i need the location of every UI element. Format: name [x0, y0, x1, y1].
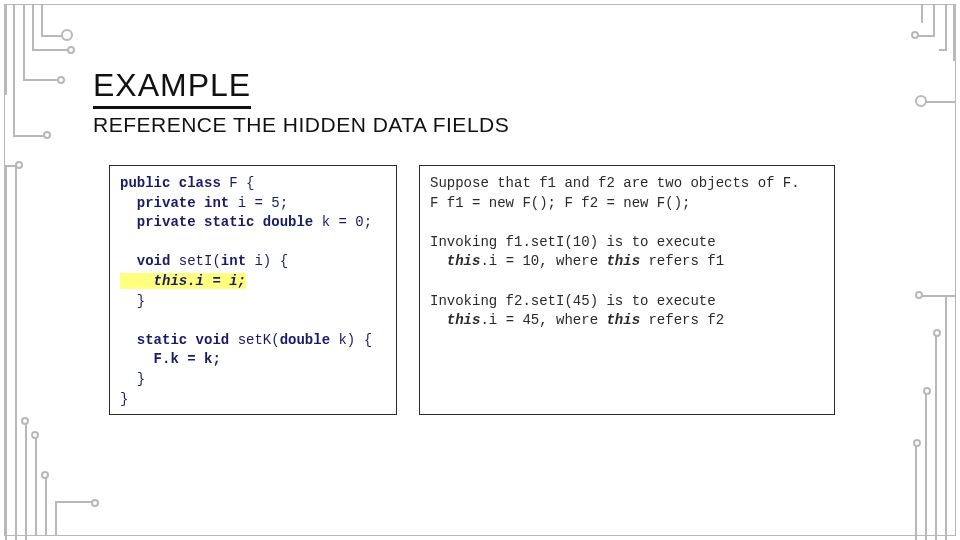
kw: this: [430, 312, 480, 328]
code-text: refers f1: [640, 253, 724, 269]
code-text: F f1 = new F(); F f2 = new F();: [430, 195, 690, 211]
circuit-line: [35, 435, 37, 535]
circuit-node-icon: [915, 95, 927, 107]
circuit-line: [919, 295, 955, 297]
kw: this: [430, 253, 480, 269]
code-text: .i = 45, where: [480, 312, 606, 328]
code-box-right: Suppose that f1 and f2 are two objects o…: [419, 165, 835, 415]
circuit-node-icon: [913, 439, 921, 447]
circuit-node-icon: [41, 471, 49, 479]
circuit-node-icon: [91, 499, 99, 507]
code-text: i = 5;: [238, 195, 288, 211]
code-text: k) {: [338, 332, 372, 348]
circuit-line: [32, 5, 34, 49]
code-text: }: [120, 293, 145, 309]
circuit-line: [15, 165, 17, 540]
kw: int: [221, 253, 255, 269]
kw: private static double: [120, 214, 322, 230]
code-box-left: public class F { private int i = 5; priv…: [109, 165, 397, 415]
circuit-line: [5, 5, 7, 95]
code-text: .i = 10, where: [480, 253, 606, 269]
circuit-line: [23, 5, 25, 79]
circuit-line: [933, 5, 935, 35]
kw: this: [606, 253, 640, 269]
circuit-node-icon: [31, 431, 39, 439]
slide-title: EXAMPLE: [93, 67, 251, 104]
code-text: setK(: [238, 332, 280, 348]
kw: public class: [120, 175, 229, 191]
circuit-node-icon: [67, 46, 75, 54]
circuit-node-icon: [911, 31, 919, 39]
code-text: F.k = k;: [120, 351, 221, 367]
circuit-line: [945, 295, 947, 540]
circuit-line: [935, 335, 937, 540]
code-text: Invoking f1.setI(10) is to execute: [430, 234, 716, 250]
circuit-line: [939, 49, 947, 51]
kw: static void: [120, 332, 238, 348]
code-text: Invoking f2.setI(45) is to execute: [430, 293, 716, 309]
circuit-node-icon: [57, 76, 65, 84]
kw: private int: [120, 195, 238, 211]
circuit-line: [55, 501, 95, 503]
circuit-line: [41, 5, 43, 35]
code-text: k = 0;: [322, 214, 372, 230]
circuit-line: [32, 49, 72, 51]
circuit-line: [925, 393, 927, 540]
circuit-line: [55, 503, 57, 535]
circuit-line: [13, 5, 15, 135]
title-block: EXAMPLE: [93, 67, 251, 109]
circuit-node-icon: [21, 417, 29, 425]
circuit-line: [25, 423, 27, 540]
circuit-node-icon: [933, 329, 941, 337]
slide-frame: EXAMPLE REFERENCE THE HIDDEN DATA FIELDS…: [4, 4, 956, 536]
highlighted-line: this.i = i;: [120, 273, 246, 289]
kw: void: [120, 253, 179, 269]
circuit-node-icon: [915, 291, 923, 299]
kw: double: [280, 332, 339, 348]
kw: this: [606, 312, 640, 328]
code-text: refers f2: [640, 312, 724, 328]
circuit-line: [45, 475, 47, 535]
slide-subtitle: REFERENCE THE HIDDEN DATA FIELDS: [93, 113, 509, 137]
circuit-node-icon: [61, 29, 73, 41]
circuit-line: [945, 5, 947, 49]
circuit-line: [915, 445, 917, 540]
circuit-line: [5, 165, 7, 540]
circuit-node-icon: [43, 131, 51, 139]
code-text: F {: [229, 175, 254, 191]
circuit-node-icon: [923, 387, 931, 395]
code-text: }: [120, 391, 128, 407]
circuit-line: [921, 5, 923, 23]
code-text: setI(: [179, 253, 221, 269]
code-text: i) {: [254, 253, 288, 269]
code-text: }: [120, 371, 145, 387]
circuit-line: [23, 79, 61, 81]
circuit-line: [953, 5, 955, 61]
circuit-line: [923, 101, 955, 103]
code-text: Suppose that f1 and f2 are two objects o…: [430, 175, 800, 191]
code-boxes: public class F { private int i = 5; priv…: [109, 165, 835, 415]
circuit-line: [13, 135, 47, 137]
